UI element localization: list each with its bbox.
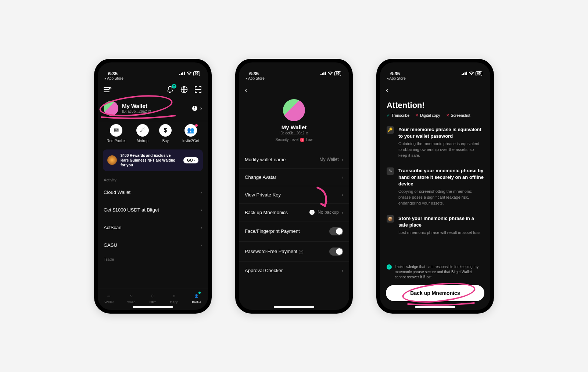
- wallet-card[interactable]: My Wallet ID: ac0b...26a2 ⧉ ! ›: [98, 98, 208, 121]
- row-approval-checker[interactable]: Approval Checker›: [239, 262, 349, 279]
- wallet-id: ID: ac0b...26a2 ⧉: [122, 109, 151, 113]
- section-activity-label: Activity: [98, 175, 208, 184]
- toggle-pwfree-payment[interactable]: [329, 248, 343, 256]
- row-view-private-key[interactable]: View Private Key›: [239, 186, 349, 204]
- x-icon: ✕: [446, 113, 449, 118]
- tab-nft[interactable]: ⬡NFT: [149, 292, 157, 304]
- banner-image: [107, 155, 117, 165]
- rule-transcribe: ✓Transcribe: [387, 113, 409, 118]
- alert-icon: !: [309, 210, 315, 215]
- attention-title: Attention!: [380, 97, 490, 113]
- breadcrumb-back[interactable]: ◂ App Store: [239, 76, 349, 83]
- row-modify-name[interactable]: Modify wallet name My Wallet›: [239, 151, 349, 169]
- notifications-icon[interactable]: 2: [166, 86, 174, 94]
- copy-icon[interactable]: ⧉: [148, 109, 151, 113]
- security-dot-icon: !: [300, 138, 304, 142]
- key-icon: 🔑: [387, 126, 394, 134]
- quick-actions: ✉Red Packet ☄Airdrop $Buy 👥Invite2Get: [98, 121, 208, 148]
- pen-icon: ✎: [387, 167, 394, 175]
- status-time: 6:35: [249, 71, 259, 76]
- wallet-name: My Wallet: [282, 124, 307, 130]
- wallet-header: My Wallet ID: ac0b...26a2 ⧉ Security Lev…: [239, 97, 349, 147]
- signal-icon: [179, 72, 185, 75]
- acknowledge-row[interactable]: ✓ I acknowledge that I am responsible fo…: [380, 260, 490, 283]
- row-change-avatar[interactable]: Change Avatar›: [239, 169, 349, 186]
- rule-screenshot: ✕Screenshot: [446, 113, 470, 118]
- tab-dapp[interactable]: ⊕DApp: [170, 292, 179, 304]
- x-icon: ✕: [415, 113, 419, 118]
- settings-list-icon[interactable]: [104, 86, 112, 94]
- quick-red-packet[interactable]: ✉Red Packet: [107, 124, 126, 143]
- alert-icon: !: [192, 106, 197, 111]
- box-icon: 📦: [387, 215, 394, 223]
- status-bar: 6:35 65: [380, 62, 490, 76]
- wallet-name: My Wallet: [122, 103, 151, 109]
- tab-wallet[interactable]: ▭Wallet: [104, 292, 114, 304]
- svg-point-0: [110, 87, 111, 89]
- battery-icon: 65: [334, 71, 341, 76]
- info-block-2: ✎ Transcribe your mnemonic phrase by han…: [380, 164, 490, 212]
- annotation-underline: [386, 301, 490, 306]
- ack-checkbox-icon: ✓: [387, 264, 392, 270]
- status-bar: 6:35 65: [239, 62, 349, 76]
- wallet-avatar: [283, 99, 305, 121]
- wifi-icon: [469, 71, 474, 76]
- section-trade-label: Trade: [98, 254, 208, 263]
- row-pwfree-payment[interactable]: Password-Free Payment?: [239, 242, 349, 262]
- rules-row: ✓Transcribe ✕Digital copy ✕Screenshot: [380, 113, 490, 123]
- home-indicator: [133, 306, 173, 308]
- wifi-icon: [186, 71, 192, 76]
- security-level: Security Level ! Low: [275, 138, 312, 142]
- promo-banner[interactable]: $400 Rewards and Exclusive Rare Guinness…: [103, 149, 203, 171]
- home-indicator: [415, 306, 455, 308]
- profile-header: 2: [98, 83, 208, 98]
- signal-icon: [320, 72, 326, 75]
- notification-badge: 2: [172, 84, 176, 89]
- home-indicator: [274, 306, 314, 308]
- battery-icon: 65: [193, 71, 200, 76]
- row-get-usdt[interactable]: Get $1000 USDT at Bitget›: [98, 201, 208, 219]
- row-face-payment[interactable]: Face/Fingerprint Payment: [239, 221, 349, 242]
- rule-digital-copy: ✕Digital copy: [415, 113, 440, 118]
- quick-buy[interactable]: $Buy: [159, 124, 172, 143]
- battery-icon: 65: [476, 71, 482, 76]
- help-icon[interactable]: ?: [299, 250, 303, 254]
- wifi-icon: [327, 71, 333, 76]
- scan-icon[interactable]: [194, 86, 202, 94]
- globe-icon[interactable]: [180, 86, 188, 94]
- signal-icon: [462, 72, 467, 75]
- quick-invite2get[interactable]: 👥Invite2Get: [182, 124, 199, 143]
- tab-profile[interactable]: 👤Profile: [192, 292, 201, 304]
- row-actscan[interactable]: ActScan›: [98, 219, 208, 236]
- info-block-1: 🔑 Your mnemonic phrase is equivalent to …: [380, 123, 490, 164]
- info-block-3: 📦 Store your mnemonic phrase in a safe p…: [380, 212, 490, 241]
- check-icon: ✓: [387, 113, 390, 118]
- backup-mnemonics-button[interactable]: Back up Mnemonics: [386, 285, 484, 301]
- breadcrumb-back[interactable]: ◂ App Store: [98, 76, 208, 83]
- chevron-right-icon: ›: [200, 105, 202, 112]
- breadcrumb-back[interactable]: ◂ App Store: [380, 76, 490, 83]
- wallet-avatar: [104, 101, 118, 116]
- back-button[interactable]: ‹: [380, 83, 490, 97]
- status-time: 6:35: [108, 71, 118, 76]
- row-backup-mnemonics[interactable]: Back up Mnemonics ! No backup›: [239, 204, 349, 221]
- status-bar: 6:35 65: [98, 62, 208, 76]
- row-gasu[interactable]: GASU›: [98, 236, 208, 254]
- phone-profile: 6:35 65 ◂ App Store 2: [94, 59, 212, 314]
- banner-text: $400 Rewards and Exclusive Rare Guinness…: [121, 153, 180, 167]
- row-cloud-wallet[interactable]: Cloud Wallet›: [98, 184, 208, 201]
- wallet-id: ID: ac0b...26a2 ⧉: [280, 131, 309, 136]
- quick-airdrop[interactable]: ☄Airdrop: [136, 124, 149, 143]
- ack-text: I acknowledge that I am responsible for …: [395, 264, 484, 280]
- copy-icon[interactable]: ⧉: [306, 131, 308, 136]
- banner-go-button[interactable]: GO›: [183, 157, 198, 163]
- status-time: 6:35: [390, 71, 400, 76]
- phone-wallet-settings: 6:35 65 ◂ App Store ‹ My Wallet ID: ac0b…: [235, 59, 353, 314]
- back-button[interactable]: ‹: [239, 83, 349, 97]
- toggle-face-payment[interactable]: [329, 227, 343, 235]
- phone-attention: 6:35 65 ◂ App Store ‹ Attention! ✓Transc…: [376, 59, 494, 314]
- tab-swap[interactable]: ⟲Swap: [127, 292, 136, 304]
